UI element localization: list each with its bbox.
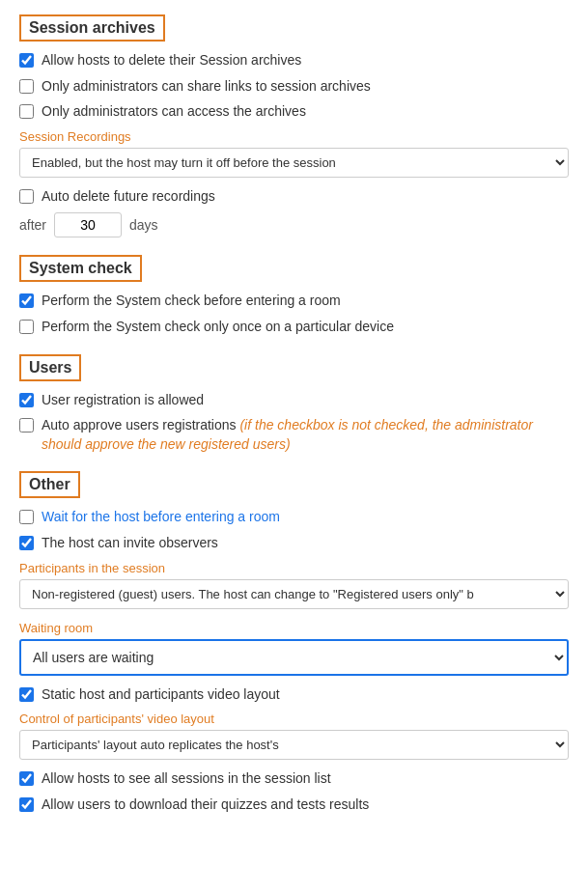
- checkbox-system-check-once[interactable]: [19, 320, 34, 334]
- checkbox-row-allow-download: Allow users to download their quizzes an…: [19, 795, 569, 815]
- checkbox-allow-download[interactable]: [19, 797, 34, 812]
- checkbox-row-invite-observers: The host can invite observers: [19, 534, 569, 553]
- days-input[interactable]: [54, 212, 122, 237]
- recordings-label: Session Recordings: [19, 129, 569, 144]
- label-allow-sessions[interactable]: Allow hosts to see all sessions in the s…: [42, 769, 331, 789]
- checkbox-allow-sessions[interactable]: [19, 771, 34, 786]
- checkbox-auto-delete[interactable]: [19, 189, 34, 204]
- label-static-layout[interactable]: Static host and participants video layou…: [42, 685, 280, 705]
- checkbox-admin-share[interactable]: [19, 79, 34, 94]
- checkbox-allow-delete[interactable]: [19, 53, 34, 68]
- label-registration-allowed[interactable]: User registration is allowed: [42, 391, 204, 410]
- label-admin-share[interactable]: Only administrators can share links to s…: [42, 77, 371, 97]
- checkbox-static-layout[interactable]: [19, 687, 34, 702]
- section-title-system-check: System check: [19, 255, 142, 282]
- checkbox-registration-allowed[interactable]: [19, 393, 34, 407]
- checkbox-admin-access[interactable]: [19, 104, 34, 119]
- waiting-room-select[interactable]: All users are waiting No waiting room Gu…: [19, 639, 569, 676]
- section-title-session-archives: Session archives: [19, 14, 165, 42]
- section-session-archives: Session archives Allow hosts to delete t…: [19, 14, 569, 237]
- control-label: Control of participants' video layout: [19, 712, 569, 726]
- checkbox-auto-approve[interactable]: [19, 418, 34, 433]
- label-allow-download[interactable]: Allow users to download their quizzes an…: [42, 795, 369, 815]
- checkbox-row-allow-sessions: Allow hosts to see all sessions in the s…: [19, 769, 569, 789]
- label-allow-delete[interactable]: Allow hosts to delete their Session arch…: [42, 51, 301, 70]
- checkbox-row-wait-host: Wait for the host before entering a room: [19, 508, 569, 527]
- label-system-check-before[interactable]: Perform the System check before entering…: [42, 292, 341, 311]
- section-title-other: Other: [19, 471, 80, 498]
- checkbox-row-static-layout: Static host and participants video layou…: [19, 685, 569, 705]
- label-auto-delete[interactable]: Auto delete future recordings: [42, 187, 215, 207]
- waiting-room-label: Waiting room: [19, 621, 569, 635]
- days-label: days: [129, 217, 158, 233]
- section-users: Users User registration is allowed Auto …: [19, 354, 569, 455]
- recordings-select[interactable]: Enabled, but the host may turn it off be…: [19, 148, 569, 178]
- control-select[interactable]: Participants' layout auto replicates the…: [19, 730, 569, 760]
- checkbox-row-auto-delete: Auto delete future recordings: [19, 187, 569, 207]
- section-title-users: Users: [19, 354, 81, 381]
- checkbox-row-admin-share: Only administrators can share links to s…: [19, 77, 569, 97]
- checkbox-system-check-before[interactable]: [19, 293, 34, 308]
- label-system-check-once[interactable]: Perform the System check only once on a …: [42, 318, 394, 337]
- participants-label: Participants in the session: [19, 561, 569, 575]
- checkbox-row-system-check-once: Perform the System check only once on a …: [19, 318, 569, 337]
- label-admin-access[interactable]: Only administrators can access the archi…: [42, 102, 306, 122]
- checkbox-invite-observers[interactable]: [19, 536, 34, 550]
- participants-select[interactable]: Non-registered (guest) users. The host c…: [19, 579, 569, 609]
- checkbox-row-auto-approve: Auto approve users registrations (if the…: [19, 416, 569, 454]
- label-auto-approve[interactable]: Auto approve users registrations (if the…: [42, 416, 569, 454]
- checkbox-row-admin-access: Only administrators can access the archi…: [19, 102, 569, 122]
- section-system-check: System check Perform the System check be…: [19, 255, 569, 336]
- label-wait-host[interactable]: Wait for the host before entering a room: [42, 508, 280, 527]
- after-label: after: [19, 217, 46, 233]
- checkbox-row-registration-allowed: User registration is allowed: [19, 391, 569, 410]
- label-invite-observers[interactable]: The host can invite observers: [42, 534, 218, 553]
- section-other: Other Wait for the host before entering …: [19, 471, 569, 814]
- checkbox-row-allow-delete: Allow hosts to delete their Session arch…: [19, 51, 569, 70]
- days-row: after days: [19, 212, 569, 237]
- checkbox-wait-host[interactable]: [19, 510, 34, 524]
- checkbox-row-system-check-before: Perform the System check before entering…: [19, 292, 569, 311]
